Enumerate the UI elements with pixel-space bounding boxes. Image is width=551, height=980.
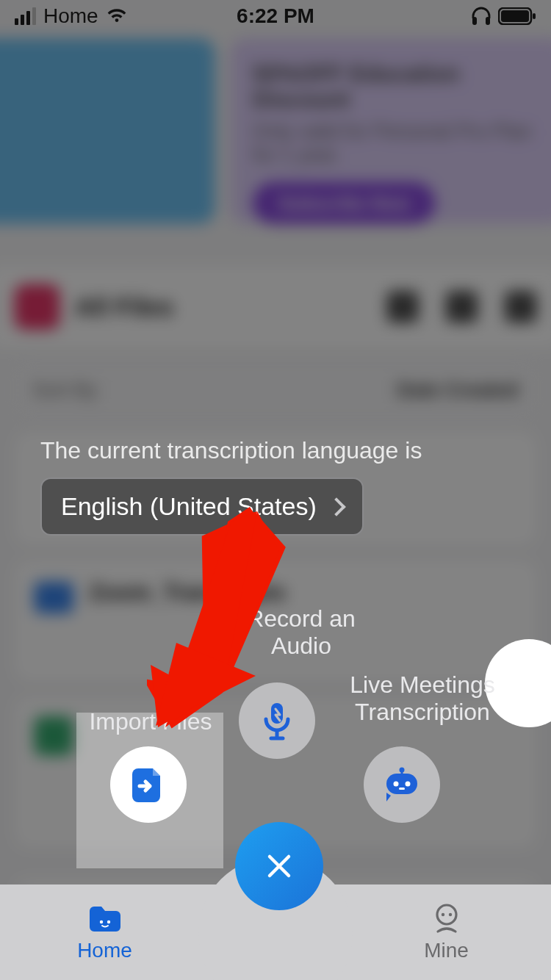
svg-point-13: [406, 782, 411, 787]
import-file-icon: [128, 764, 169, 805]
fab-live-label: Live Meetings Transcription: [323, 671, 522, 726]
svg-marker-23: [156, 643, 256, 726]
svg-rect-11: [386, 774, 417, 794]
language-prompt-text: The current transcription language is: [40, 437, 511, 464]
svg-rect-16: [401, 771, 403, 775]
fab-live-meetings-button[interactable]: [364, 746, 440, 823]
chevron-right-icon: [327, 497, 345, 516]
fab-close-button[interactable]: [235, 822, 323, 910]
robot-icon: [381, 766, 423, 803]
fab-import-files-button[interactable]: [110, 746, 187, 823]
close-icon: [264, 851, 295, 882]
svg-rect-14: [399, 788, 405, 790]
svg-point-12: [394, 782, 399, 787]
annotation-arrow: [147, 507, 287, 735]
